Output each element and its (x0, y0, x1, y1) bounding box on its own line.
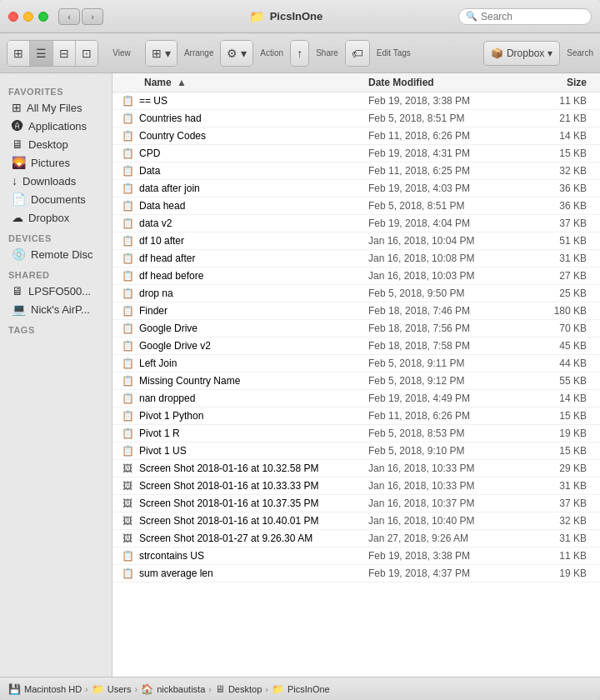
file-name: == US (136, 95, 368, 107)
breadcrumb-desktop[interactable]: Desktop (228, 684, 262, 694)
table-row[interactable]: 📋 Left Join Feb 5, 2018, 9:11 PM 44 KB (112, 355, 600, 372)
sidebar-item-dropbox[interactable]: ☁ Dropbox (3, 208, 108, 227)
table-row[interactable]: 🖼 Screen Shot 2018-01-27 at 9.26.30 AM J… (112, 530, 600, 548)
table-row[interactable]: 🖼 Screen Shot 2018-01-16 at 10.33.33 PM … (112, 478, 600, 495)
sidebar-item-lpsfo500[interactable]: 🖥 LPSFO500... (3, 282, 108, 300)
table-row[interactable]: 📋 Pivot 1 US Feb 5, 2018, 9:10 PM 15 KB (112, 442, 600, 460)
view-columns-btn[interactable]: ⊟ (53, 41, 76, 66)
file-name: Google Drive (136, 322, 368, 334)
file-size: 36 KB (535, 182, 593, 194)
table-row[interactable]: 📋 Countries had Feb 5, 2018, 8:51 PM 21 … (112, 110, 600, 128)
file-type-icon: 📋 (119, 374, 136, 388)
table-row[interactable]: 📋 data after join Feb 19, 2018, 4:03 PM … (112, 180, 600, 198)
back-button[interactable]: ‹ (58, 8, 80, 25)
arrange-btn[interactable]: ⊞ ▾ (146, 41, 177, 66)
sidebar-item-pictures[interactable]: 🌄 Pictures (3, 153, 108, 172)
file-name: Screen Shot 2018-01-16 at 10.32.58 PM (136, 462, 368, 474)
breadcrumb-macintosh-hd[interactable]: Macintosh HD (24, 684, 82, 694)
table-row[interactable]: 🖼 Screen Shot 2018-01-16 at 10.37.35 PM … (112, 495, 600, 512)
view-gallery-btn[interactable]: ⊡ (76, 41, 98, 66)
table-row[interactable]: 📋 Finder Feb 18, 2018, 7:46 PM 180 KB (112, 302, 600, 320)
table-row[interactable]: 📋 == US Feb 19, 2018, 3:38 PM 11 KB (112, 92, 600, 110)
title-bar: ‹ › 📁 PicsInOne 🔍 (0, 0, 600, 33)
file-name: data after join (136, 182, 368, 194)
file-date: Jan 16, 2018, 10:04 PM (368, 235, 535, 247)
dropbox-button[interactable]: 📦 Dropbox ▾ (483, 41, 560, 66)
table-row[interactable]: 📋 Data head Feb 5, 2018, 8:51 PM 36 KB (112, 198, 600, 215)
dropbox-chevron-icon: ▾ (548, 48, 552, 59)
file-name: Screen Shot 2018-01-27 at 9.26.30 AM (136, 532, 368, 544)
sidebar-label-nicks-airp: Nick's AirP... (31, 303, 90, 316)
table-row[interactable]: 📋 Pivot 1 R Feb 5, 2018, 8:53 PM 19 KB (112, 425, 600, 442)
search-bar[interactable]: 🔍 (458, 8, 592, 25)
close-button[interactable] (8, 12, 18, 22)
breadcrumb-nickbautista[interactable]: nickbautista (157, 684, 205, 694)
file-date: Feb 19, 2018, 3:38 PM (368, 95, 535, 107)
file-date: Jan 16, 2018, 10:40 PM (368, 515, 535, 527)
sidebar-item-downloads[interactable]: ↓ Downloads (3, 172, 108, 190)
minimize-button[interactable] (23, 12, 33, 22)
file-list-header: Name ▲ Date Modified Size (112, 73, 600, 92)
table-row[interactable]: 📋 CPD Feb 19, 2018, 4:31 PM 15 KB (112, 145, 600, 162)
sidebar-item-all-my-files[interactable]: ⊞ All My Files (3, 98, 108, 117)
file-size: 32 KB (535, 165, 593, 177)
share-btn[interactable]: ↑ (291, 41, 308, 66)
table-row[interactable]: 📋 nan dropped Feb 19, 2018, 4:49 PM 14 K… (112, 390, 600, 408)
col-name-header[interactable]: Name ▲ (119, 77, 368, 88)
edit-tags-group: 🏷 (345, 40, 370, 67)
edit-tags-btn[interactable]: 🏷 (346, 41, 369, 66)
table-row[interactable]: 📋 Country Codes Feb 11, 2018, 6:26 PM 14… (112, 128, 600, 145)
table-row[interactable]: 📋 Pivot 1 Python Feb 11, 2018, 6:26 PM 1… (112, 408, 600, 425)
file-name: Data head (136, 200, 368, 212)
tags-section-label: Tags (0, 318, 112, 337)
sidebar-item-documents[interactable]: 📄 Documents (3, 190, 108, 208)
file-date: Feb 5, 2018, 9:11 PM (368, 358, 535, 369)
breadcrumb-sep-4: › (265, 684, 268, 694)
file-size: 31 KB (535, 532, 593, 544)
table-row[interactable]: 📋 df head before Jan 16, 2018, 10:03 PM … (112, 268, 600, 285)
file-date: Feb 19, 2018, 4:04 PM (368, 218, 535, 229)
file-date: Feb 5, 2018, 9:12 PM (368, 375, 535, 387)
file-size: 15 KB (535, 445, 593, 457)
file-type-icon: 🖼 (119, 479, 136, 492)
table-row[interactable]: 📋 data v2 Feb 19, 2018, 4:04 PM 37 KB (112, 215, 600, 232)
file-name: strcontains US (136, 550, 368, 562)
forward-button[interactable]: › (82, 8, 103, 25)
file-date: Feb 19, 2018, 3:38 PM (368, 550, 535, 562)
breadcrumb-picsinone[interactable]: PicsInOne (288, 684, 330, 694)
sidebar-item-desktop[interactable]: 🖥 Desktop (3, 135, 108, 153)
arrange-group: ⊞ ▾ (145, 40, 178, 67)
file-size: 32 KB (535, 515, 593, 527)
maximize-button[interactable] (38, 12, 48, 22)
file-type-icon: 📋 (119, 269, 136, 282)
sidebar-item-applications[interactable]: 🅐 Applications (3, 117, 108, 135)
file-size: 180 KB (535, 305, 593, 317)
table-row[interactable]: 📋 sum average len Feb 19, 2018, 4:37 PM … (112, 565, 600, 582)
view-list-btn[interactable]: ☰ (30, 41, 53, 66)
table-row[interactable]: 🖼 Screen Shot 2018-01-16 at 10.40.01 PM … (112, 512, 600, 530)
file-date: Feb 5, 2018, 9:50 PM (368, 288, 535, 299)
table-row[interactable]: 📋 df 10 after Jan 16, 2018, 10:04 PM 51 … (112, 232, 600, 250)
table-row[interactable]: 📋 Missing Country Name Feb 5, 2018, 9:12… (112, 372, 600, 390)
file-type-icon: 📋 (119, 357, 136, 370)
sidebar-item-nicks-airp[interactable]: 💻 Nick's AirP... (3, 300, 108, 318)
table-row[interactable]: 📋 Google Drive v2 Feb 18, 2018, 7:58 PM … (112, 338, 600, 355)
file-size: 27 KB (535, 270, 593, 282)
view-icon-btn[interactable]: ⊞ (8, 41, 30, 66)
table-row[interactable]: 📋 Data Feb 11, 2018, 6:25 PM 32 KB (112, 162, 600, 180)
table-row[interactable]: 🖼 Screen Shot 2018-01-16 at 10.32.58 PM … (112, 460, 600, 478)
sidebar-item-remote-disc[interactable]: 💿 Remote Disc (3, 245, 108, 263)
table-row[interactable]: 📋 strcontains US Feb 19, 2018, 3:38 PM 1… (112, 548, 600, 565)
col-size-header[interactable]: Size (535, 77, 593, 88)
file-date: Feb 11, 2018, 6:26 PM (368, 130, 535, 142)
col-date-header[interactable]: Date Modified (368, 77, 535, 88)
table-row[interactable]: 📋 df head after Jan 16, 2018, 10:08 PM 3… (112, 250, 600, 268)
file-size: 11 KB (535, 550, 593, 562)
breadcrumb-users[interactable]: Users (108, 684, 132, 694)
search-input[interactable] (481, 11, 581, 22)
table-row[interactable]: 📋 Google Drive Feb 18, 2018, 7:56 PM 70 … (112, 320, 600, 338)
action-btn[interactable]: ⚙ ▾ (221, 41, 252, 66)
file-size: 21 KB (535, 112, 593, 124)
sort-arrow-icon: ▲ (177, 77, 187, 88)
table-row[interactable]: 📋 drop na Feb 5, 2018, 9:50 PM 25 KB (112, 285, 600, 302)
